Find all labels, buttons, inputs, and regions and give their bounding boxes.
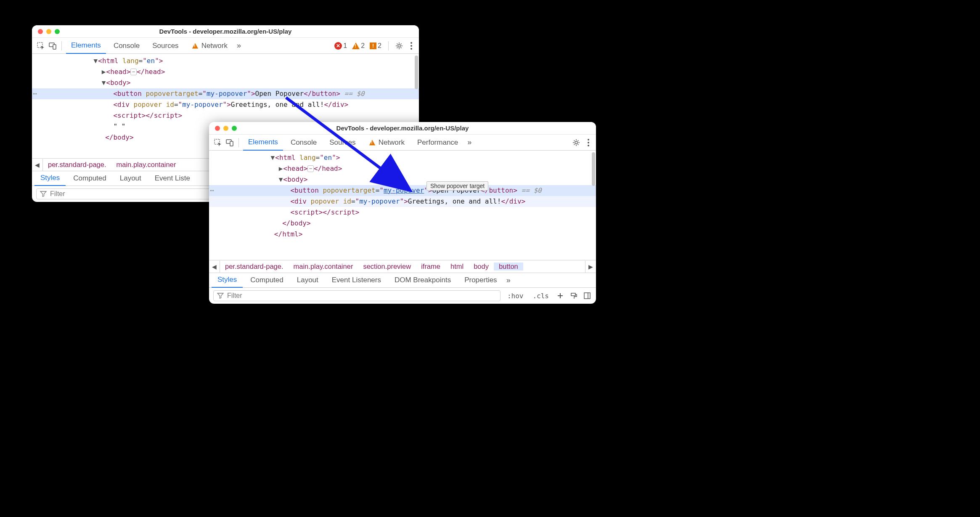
crumb-scroll-right-icon[interactable]: ▶ (585, 261, 596, 273)
subtab-layout[interactable]: Layout (114, 171, 147, 186)
filter-placeholder-text: Filter (227, 292, 242, 300)
subtab-properties[interactable]: Properties (458, 273, 503, 288)
more-tabs-chevron[interactable]: » (235, 41, 243, 50)
paint-format-icon[interactable] (569, 291, 578, 300)
svg-rect-9 (584, 293, 590, 299)
breadcrumb-item[interactable]: per.standard-page. (43, 161, 111, 169)
tab-console[interactable]: Console (286, 135, 322, 151)
warning-triangle-icon (352, 42, 360, 49)
traffic-lights (215, 126, 237, 131)
minimize-window-button[interactable] (46, 29, 51, 34)
error-count-badge[interactable]: ✕ 1 (334, 42, 347, 50)
breadcrumb-item-selected[interactable]: button (494, 262, 523, 270)
tab-sources[interactable]: Sources (324, 135, 360, 151)
zoom-window-button[interactable] (232, 126, 237, 131)
more-subtabs-chevron[interactable]: » (505, 276, 512, 285)
dom-node-html[interactable]: ▼<html lang="en"> (209, 152, 596, 163)
breadcrumb-item[interactable]: html (445, 262, 469, 270)
devtools-window-front: DevTools - developer.mozilla.org/en-US/p… (209, 122, 596, 304)
funnel-icon (40, 191, 47, 197)
subtab-event-listeners[interactable]: Event Liste (149, 171, 196, 186)
dom-node-div[interactable]: <div popover id="my-popover">Greetings, … (32, 99, 419, 110)
dom-node-html-close[interactable]: </html> (209, 229, 596, 240)
crumb-scroll-left-icon[interactable]: ◀ (32, 159, 43, 171)
inspect-element-icon[interactable] (36, 41, 45, 50)
more-menu-icon[interactable] (408, 42, 415, 50)
dom-node-div[interactable]: <div popover id="my-popover">Greetings, … (209, 196, 596, 207)
dom-node-head[interactable]: ▶<head>⋯</head> (209, 163, 596, 174)
gutter-dots-icon[interactable]: ⋯ (210, 185, 215, 196)
info-count-badge[interactable]: ! 2 (370, 42, 381, 50)
device-toolbar-icon[interactable] (225, 138, 234, 147)
svg-rect-6 (230, 141, 233, 146)
collapsed-ellipsis-icon[interactable]: ⋯ (130, 69, 137, 75)
more-menu-icon[interactable] (585, 139, 592, 146)
minimize-window-button[interactable] (223, 126, 228, 131)
new-style-rule-icon[interactable] (556, 291, 565, 300)
tab-console[interactable]: Console (109, 38, 145, 54)
breadcrumb-item[interactable]: main.play.container (289, 262, 358, 270)
popovertarget-link[interactable]: my-popover (384, 186, 424, 194)
dom-node-body-close[interactable]: </body> (209, 218, 596, 229)
computed-panel-toggle-icon[interactable] (583, 291, 592, 300)
subtab-computed[interactable]: Computed (67, 171, 112, 186)
tab-network[interactable]: Network (186, 38, 233, 54)
inspect-element-icon[interactable] (213, 138, 222, 147)
hov-toggle[interactable]: :hov (505, 292, 526, 300)
dom-node-body[interactable]: ▼<body> (209, 174, 596, 185)
elements-tree[interactable]: ▼<html lang="en"> ▶<head>⋯</head> ▼<body… (209, 151, 596, 260)
breadcrumb-item[interactable]: section.preview (358, 262, 416, 270)
titlebar[interactable]: DevTools - developer.mozilla.org/en-US/p… (32, 25, 419, 38)
cls-toggle[interactable]: .cls (530, 292, 551, 300)
scrollbar-thumb[interactable] (415, 56, 418, 89)
subtab-styles[interactable]: Styles (34, 171, 66, 186)
breadcrumb-item[interactable]: iframe (416, 262, 445, 270)
breadcrumb-item[interactable]: main.play.container (111, 161, 181, 169)
dom-node-html[interactable]: ▼<html lang="en"> (32, 56, 419, 66)
dom-node-body[interactable]: ▼<body> (32, 77, 419, 88)
crumb-scroll-left-icon[interactable]: ◀ (209, 261, 220, 273)
more-tabs-chevron[interactable]: » (466, 138, 473, 147)
close-window-button[interactable] (38, 29, 43, 34)
subtab-layout[interactable]: Layout (291, 273, 324, 288)
tab-elements[interactable]: Elements (243, 135, 283, 151)
breadcrumb-item[interactable]: body (469, 262, 494, 270)
styles-filter-bar: Filter :hov .cls (209, 288, 596, 304)
traffic-lights (38, 29, 60, 34)
gutter-dots-icon[interactable]: ⋯ (33, 88, 37, 99)
warning-count-badge[interactable]: 2 (352, 42, 365, 50)
svg-point-3 (398, 45, 400, 47)
breadcrumb-item[interactable]: per.standard-page. (220, 262, 289, 270)
subtab-dom-breakpoints[interactable]: DOM Breakpoints (389, 273, 457, 288)
device-toolbar-icon[interactable] (48, 41, 57, 50)
subtab-styles[interactable]: Styles (212, 273, 243, 288)
funnel-icon (217, 292, 224, 299)
subtab-event-listeners[interactable]: Event Listeners (326, 273, 387, 288)
dom-node-button-selected[interactable]: ⋯ <button popovertarget="my-popover">Ope… (32, 88, 419, 99)
tab-elements[interactable]: Elements (66, 38, 106, 54)
subtab-computed[interactable]: Computed (244, 273, 289, 288)
svg-point-7 (575, 141, 577, 144)
scrollbar-thumb[interactable] (592, 152, 595, 186)
svg-rect-2 (53, 45, 56, 49)
window-title: DevTools - developer.mozilla.org/en-US/p… (209, 125, 596, 132)
zoom-window-button[interactable] (55, 29, 60, 34)
settings-gear-icon[interactable] (395, 41, 404, 50)
settings-gear-icon[interactable] (572, 138, 581, 147)
dom-node-button-selected[interactable]: ⋯ <button popovertarget="my-popover">Ope… (209, 185, 596, 196)
tab-performance[interactable]: Performance (412, 135, 463, 151)
warning-triangle-icon (192, 43, 198, 48)
window-title: DevTools - developer.mozilla.org/en-US/p… (32, 28, 419, 35)
dom-node-script[interactable]: <script></script> (209, 207, 596, 218)
error-count: 1 (343, 42, 347, 50)
dom-node-script[interactable]: <script></script> (32, 110, 419, 121)
collapsed-ellipsis-icon[interactable]: ⋯ (307, 165, 314, 172)
show-popover-target-tooltip: Show popover target (426, 181, 488, 191)
dom-node-head[interactable]: ▶<head>⋯</head> (32, 66, 419, 77)
styles-filter-input[interactable]: Filter (213, 290, 501, 301)
warning-triangle-icon (369, 140, 375, 145)
titlebar[interactable]: DevTools - developer.mozilla.org/en-US/p… (209, 122, 596, 135)
tab-sources[interactable]: Sources (147, 38, 183, 54)
close-window-button[interactable] (215, 126, 220, 131)
tab-network[interactable]: Network (363, 135, 410, 151)
